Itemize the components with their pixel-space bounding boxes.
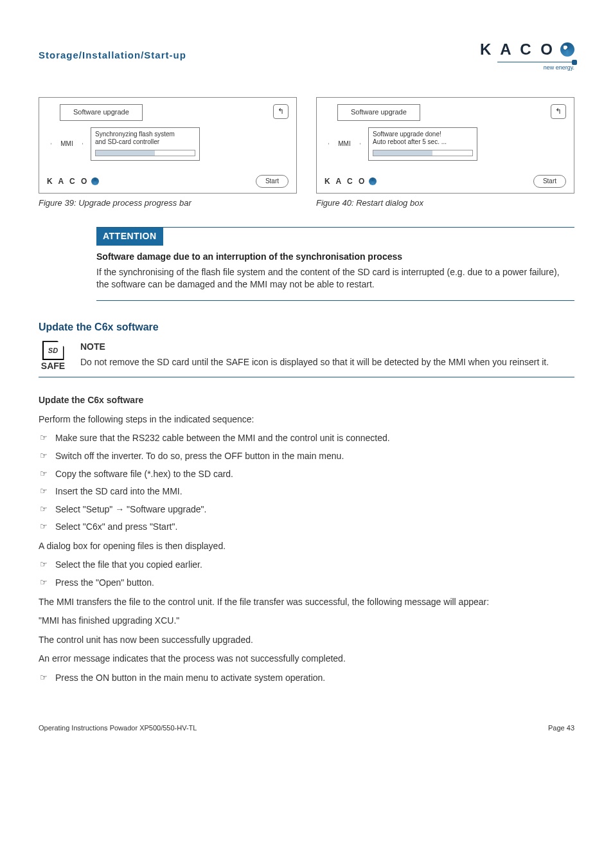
screenshot-box-left: Software upgrade ↰ MMI Synchronyzing fla… [39,97,297,194]
list-item: Switch off the inverter. To do so, press… [39,450,574,463]
page-footer: Operating Instructions Powador XP500/550… [39,723,574,733]
section-title: Update the C6x software [39,320,574,334]
screenshot-box-right: Software upgrade ↰ MMI Software upgrade … [316,97,574,194]
status-line-1: Synchronyzing flash system [95,131,195,138]
note-row: SD SAFE NOTE Do not remove the SD card u… [39,341,574,377]
attention-title: Software damage due to an interruption o… [96,251,568,264]
back-button[interactable]: ↰ [273,104,289,119]
footer-logo-mini: K A C O [324,176,377,187]
dialog-title: Software upgrade [60,104,143,120]
list-item: Select "Setup" → "Software upgrade". [39,503,574,516]
sd-card-icon: SD [42,341,64,360]
steps-list-a: Make sure that the RS232 cable between t… [39,432,574,534]
mmi-node: MMI [328,129,360,159]
figure-caption-39: Figure 39: Upgrade process progress bar [39,197,297,209]
note-text: Do not remove the SD card until the SAFE… [80,356,549,369]
attention-text: If the synchronising of the flash file s… [96,266,568,291]
list-item: Press the ON button in the main menu to … [39,672,574,685]
procedure-mid2: The MMI transfers the file to the contro… [39,596,574,609]
start-button[interactable]: Start [256,175,289,188]
status-line-1: Software upgrade done! [373,131,473,138]
figure-40: Software upgrade ↰ MMI Software upgrade … [316,97,574,209]
kaco-logo: K A C O [480,39,574,60]
page-header: Storage/Installation/Start-up K A C O ne… [39,39,574,71]
attention-body: Software damage due to an interruption o… [96,246,574,300]
footer-right: Page 43 [548,723,574,733]
swirl-icon [369,177,377,185]
footer-logo-mini: K A C O [47,176,99,187]
progress-bar [373,150,473,156]
safe-label: SAFE [39,361,67,370]
swirl-icon [91,177,99,185]
footer-left: Operating Instructions Powador XP500/550… [39,723,197,733]
footer-logo-text: K A C O [324,176,366,187]
procedure-title: Update the C6x software [39,394,574,407]
swirl-icon [560,42,574,57]
status-message-box: Synchronyzing flash system and SD-card c… [91,127,200,161]
status-line-2: and SD-card controller [95,138,195,146]
procedure-mid4: An error message indicates that the proc… [39,653,574,665]
list-item: Select the file that you copied earlier. [39,559,574,572]
breadcrumb: Storage/Installation/Start-up [39,48,186,62]
sd-safe-icon: SD SAFE [39,341,67,370]
figure-caption-40: Figure 40: Restart dialog box [316,197,574,209]
start-button[interactable]: Start [533,175,566,188]
procedure-intro: Perform the following steps in the indic… [39,413,574,426]
figure-39: Software upgrade ↰ MMI Synchronyzing fla… [39,97,297,209]
dialog-title: Software upgrade [337,104,420,120]
procedure-quote: "MMI has finished upgrading XCU." [39,615,574,628]
list-item: Press the "Open" button. [39,577,574,590]
footer-logo-text: K A C O [47,176,89,187]
figures-row: Software upgrade ↰ MMI Synchronyzing fla… [39,97,574,209]
list-item: Select "C6x" and press "Start". [39,521,574,534]
steps-list-b: Select the file that you copied earlier.… [39,559,574,589]
list-item: Make sure that the RS232 cable between t… [39,432,574,445]
note-label: NOTE [80,341,549,354]
logo-rule [497,62,574,62]
list-item: Copy the software file (*.hex) to the SD… [39,468,574,481]
status-message-box: Software upgrade done! Auto reboot after… [368,127,477,161]
procedure-mid3: The control unit has now been successful… [39,634,574,647]
list-item: Insert the SD card into the MMI. [39,485,574,498]
attention-block: ATTENTION Software damage due to an inte… [96,227,574,300]
status-line-2: Auto reboot after 5 sec. ... [373,138,473,146]
logo-subtext: new energy. [480,64,574,72]
brand-logo: K A C O new energy. [480,39,574,71]
procedure-mid1: A dialog box for opening files is then d… [39,540,574,553]
note-body: NOTE Do not remove the SD card until the… [80,341,549,368]
progress-bar [95,150,195,156]
steps-list-c: Press the ON button in the main menu to … [39,672,574,685]
mmi-node: MMI [51,129,83,159]
back-button[interactable]: ↰ [551,104,566,119]
kaco-logo-text: K A C O [480,39,555,60]
attention-header: ATTENTION [96,228,163,246]
